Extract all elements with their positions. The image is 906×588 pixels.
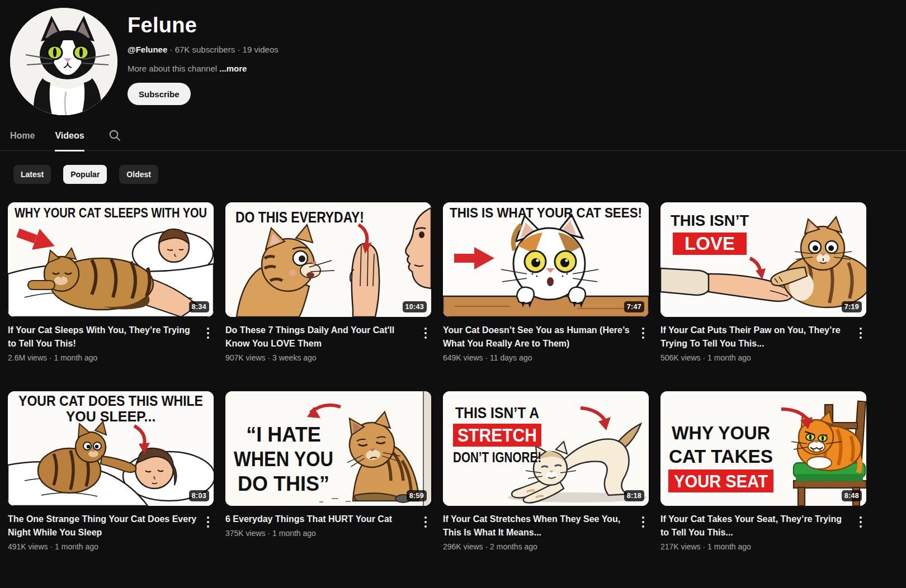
view-count: 506K views [660,353,701,362]
thumbnail-art-stretching-cat: THIS ISN’T A STRETCH DON’T IGNORE! [443,391,649,506]
video-meta: 491K views · 1 month ago [8,542,199,551]
video-menu-button[interactable] [202,324,214,346]
raised-hand [350,244,379,317]
sleeping-man [159,229,189,262]
video-menu-button[interactable] [420,513,431,535]
video-title[interactable]: Your Cat Doesn’t See You as Human (Here’… [443,324,634,350]
video-menu-button[interactable] [855,513,866,535]
meta-dot: · [237,45,240,54]
channel-info: Felune @Felunee · 67K subscribers · 19 v… [128,13,279,105]
channel-avatar [10,8,117,115]
video-meta: 375K views · 1 month ago [225,529,417,538]
thumbnail-art-paw-on-hand: THIS ISN’T LOVE [660,202,866,317]
channel-description: More about this channel ...more [128,64,279,73]
duration-badge: 8:34 [189,301,209,312]
video-meta: 649K views · 11 days ago [443,353,634,362]
thumbnail-art-sad-cat: “I HATE WHEN YOU DO THIS” [225,391,431,506]
more-link[interactable]: ...more [219,64,247,73]
video-menu-button[interactable] [855,324,866,346]
meta-dot: · [702,353,705,362]
duration-badge: 7:47 [624,301,644,312]
meta-dot: · [485,353,488,362]
video-title[interactable]: If Your Cat Takes Your Seat, They’re Try… [660,513,852,539]
subscriber-count: 67K subscribers [175,45,235,54]
video-title[interactable]: If Your Cat Sleeps With You, They’re Try… [8,324,199,350]
thumbnail-text: THIS ISN’T [671,212,749,229]
video-card: WHY YOUR CAT SLEEPS WITH YOU 8:34 If You… [8,202,214,391]
view-count: 2.6M views [8,353,47,362]
tab-videos[interactable]: Videos [55,120,84,151]
video-card: YOUR CAT DOES THIS WHILE YOU SLEEP... 8:… [8,391,214,580]
duration-badge: 8:03 [189,490,209,501]
video-meta: 2.6M views · 1 month ago [8,353,199,362]
thumbnail-text: THIS ISN’T A [455,405,539,421]
chip-popular[interactable]: Popular [63,165,107,184]
video-title[interactable]: If Your Cat Puts Their Paw on You, They’… [660,324,852,350]
video-thumbnail[interactable]: YOUR CAT DOES THIS WHILE YOU SLEEP... 8:… [8,391,214,506]
meta-dot: · [702,542,705,551]
thumbnail-art-cat-and-hand: DO THIS EVERYDAY! [225,202,431,317]
video-grid: WHY YOUR CAT SLEEPS WITH YOU 8:34 If You… [0,184,906,580]
upload-age: 2 months ago [490,542,537,551]
thumbnail-text: DO THIS EVERYDAY! [235,208,364,226]
video-card: THIS ISN’T A STRETCH DON’T IGNORE! 8:18 … [443,391,649,580]
tab-home[interactable]: Home [10,120,35,151]
video-thumbnail[interactable]: “I HATE WHEN YOU DO THIS” 8:59 [225,391,431,506]
video-thumbnail[interactable]: THIS ISN’T LOVE 7:19 [660,202,866,317]
video-thumbnail[interactable]: DO THIS EVERYDAY! 10:43 [225,202,431,317]
view-count: 491K views [8,542,48,551]
duration-badge: 7:19 [842,301,862,312]
chip-latest[interactable]: Latest [13,165,51,184]
thumbnail-art-cat-touching-sleeper: YOUR CAT DOES THIS WHILE YOU SLEEP... [8,391,214,506]
upload-age: 1 month ago [272,529,316,538]
channel-tabs: Home Videos [0,120,906,151]
video-title[interactable]: The One Strange Thing Your Cat Does Ever… [8,513,199,539]
thumbnail-art-cat-on-chair: WHY YOUR CAT TAKES YOUR SEAT [660,391,866,506]
view-count: 907K views [225,353,266,362]
video-title[interactable]: 6 Everyday Things That HURT Your Cat [225,513,417,526]
channel-search-button[interactable] [108,129,121,142]
duration-badge: 8:59 [407,490,427,501]
channel-header: Felune @Felunee · 67K subscribers · 19 v… [0,0,906,120]
video-meta: 217K views · 1 month ago [660,542,852,551]
thumbnail-text: YOU SLEEP... [66,409,156,424]
video-meta: 907K views · 3 weeks ago [225,353,417,362]
view-count: 217K views [660,542,701,551]
thumbnail-text: WHY YOUR CAT SLEEPS WITH YOU [15,205,207,220]
video-title[interactable]: If Your Cat Stretches When They See You,… [443,513,634,539]
video-card: THIS IS WHAT YOUR CAT SEES! 7:47 Your Ca… [443,202,649,391]
meta-dot: · [485,542,488,551]
video-count: 19 videos [243,45,279,54]
thumbnail-text: YOUR CAT DOES THIS WHILE [18,393,203,409]
view-count: 375K views [225,529,266,538]
thumbnail-text: WHEN YOU [234,448,333,471]
tuxedo-cat-avatar-illustration [10,8,117,115]
video-thumbnail[interactable]: WHY YOUR CAT SLEEPS WITH YOU 8:34 [8,202,214,317]
video-menu-button[interactable] [202,513,214,535]
duration-badge: 8:18 [624,490,644,501]
video-thumbnail[interactable]: THIS IS WHAT YOUR CAT SEES! 7:47 [443,202,649,317]
search-icon [108,129,121,142]
subscribe-button[interactable]: Subscribe [128,83,191,105]
video-title[interactable]: Do These 7 Things Daily And Your Cat'll … [225,324,417,350]
video-meta: 506K views · 1 month ago [660,353,852,362]
thumbnail-text: STRETCH [457,425,537,445]
meta-dot: · [267,529,270,538]
video-menu-button[interactable] [638,324,649,346]
video-card: “I HATE WHEN YOU DO THIS” 8:59 6 Everyda… [225,391,431,580]
video-card: DO THIS EVERYDAY! 10:43 Do These 7 Thing… [225,202,431,391]
filter-chips: Latest Popular Oldest [0,151,906,184]
upload-age: 3 weeks ago [272,353,317,362]
thumbnail-text: WHY YOUR [672,422,770,443]
video-thumbnail[interactable]: THIS ISN’T A STRETCH DON’T IGNORE! 8:18 [443,391,649,506]
video-menu-button[interactable] [638,513,649,535]
upload-age: 11 days ago [490,353,532,362]
channel-meta: @Felunee · 67K subscribers · 19 videos [128,45,279,54]
channel-title: Felune [128,13,279,37]
video-thumbnail[interactable]: WHY YOUR CAT TAKES YOUR SEAT 8:48 [660,391,866,506]
thumbnail-text: “I HATE [246,423,320,446]
thumbnail-text: DO THIS” [238,472,329,495]
thumbnail-text: DON’T IGNORE! [453,449,541,466]
video-menu-button[interactable] [420,324,431,346]
chip-oldest[interactable]: Oldest [119,165,158,184]
